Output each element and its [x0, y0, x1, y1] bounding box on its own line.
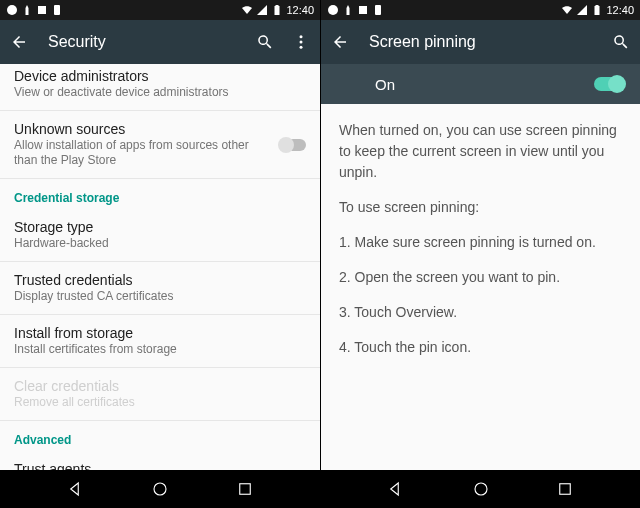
svg-point-11	[475, 483, 487, 495]
battery-icon	[591, 4, 603, 16]
screen-security: 12:40 Security Device administrators Vie…	[0, 0, 320, 508]
status-clock: 12:40	[286, 4, 314, 16]
svg-point-3	[300, 35, 303, 38]
svg-rect-12	[560, 484, 571, 495]
nav-home-icon[interactable]	[151, 480, 169, 498]
item-clear-credentials: Clear credentials Remove all certificate…	[0, 368, 320, 421]
item-title: Trust agents	[14, 461, 306, 470]
item-trust-agents[interactable]: Trust agents View or deactivate trust ag…	[0, 451, 320, 470]
toggle-screen-pinning[interactable]	[594, 77, 624, 91]
status-icon	[357, 4, 369, 16]
signal-icon	[576, 4, 588, 16]
status-bar: 12:40	[0, 0, 320, 20]
info-step-4: 4. Touch the pin icon.	[339, 337, 622, 358]
item-title: Storage type	[14, 219, 306, 235]
info-panel: When turned on, you can use screen pinni…	[321, 104, 640, 470]
page-title: Security	[48, 33, 106, 51]
screen-screen-pinning: 12:40 Screen pinning On When turned on, …	[320, 0, 640, 508]
svg-rect-2	[54, 5, 60, 15]
master-toggle-bar: On	[321, 64, 640, 104]
status-icon	[51, 4, 63, 16]
search-icon[interactable]	[612, 33, 630, 51]
search-icon[interactable]	[256, 33, 274, 51]
item-subtitle: View or deactivate device administrators	[14, 85, 306, 100]
status-icon	[36, 4, 48, 16]
page-title: Screen pinning	[369, 33, 476, 51]
wifi-icon	[241, 4, 253, 16]
item-trusted-credentials[interactable]: Trusted credentials Display trusted CA c…	[0, 262, 320, 315]
item-subtitle: Display trusted CA certificates	[14, 289, 306, 304]
app-bar: Security	[0, 20, 320, 64]
toggle-label: On	[375, 76, 395, 93]
back-icon[interactable]	[331, 33, 349, 51]
item-title: Trusted credentials	[14, 272, 306, 288]
info-howto: To use screen pinning:	[339, 197, 622, 218]
signal-icon	[256, 4, 268, 16]
item-title: Unknown sources	[14, 121, 272, 137]
item-subtitle: Allow installation of apps from sources …	[14, 138, 272, 168]
svg-point-5	[300, 46, 303, 49]
section-advanced: Advanced	[0, 421, 320, 451]
svg-point-6	[154, 483, 166, 495]
nav-back-icon[interactable]	[387, 480, 405, 498]
nav-overview-icon[interactable]	[556, 480, 574, 498]
wifi-icon	[561, 4, 573, 16]
nav-back-icon[interactable]	[67, 480, 85, 498]
info-step-1: 1. Make sure screen pinning is turned on…	[339, 232, 622, 253]
status-icon	[21, 4, 33, 16]
item-subtitle: Hardware-backed	[14, 236, 306, 251]
status-icon	[372, 4, 384, 16]
status-bar: 12:40	[321, 0, 640, 20]
nav-overview-icon[interactable]	[236, 480, 254, 498]
status-icon	[327, 4, 339, 16]
item-device-administrators[interactable]: Device administrators View or deactivate…	[0, 64, 320, 111]
back-icon[interactable]	[10, 33, 28, 51]
app-bar: Screen pinning	[321, 20, 640, 64]
info-step-3: 3. Touch Overview.	[339, 302, 622, 323]
item-subtitle: Install certificates from storage	[14, 342, 306, 357]
nav-bar	[0, 470, 320, 508]
nav-home-icon[interactable]	[472, 480, 490, 498]
item-title: Clear credentials	[14, 378, 306, 394]
svg-point-4	[300, 41, 303, 44]
svg-point-8	[328, 5, 338, 15]
svg-point-0	[7, 5, 17, 15]
info-intro: When turned on, you can use screen pinni…	[339, 120, 622, 183]
toggle-unknown-sources[interactable]	[280, 139, 306, 151]
item-title: Device administrators	[14, 68, 306, 84]
info-step-2: 2. Open the screen you want to pin.	[339, 267, 622, 288]
settings-list: Device administrators View or deactivate…	[0, 64, 320, 470]
status-icon	[6, 4, 18, 16]
nav-bar	[321, 470, 640, 508]
svg-rect-9	[359, 6, 367, 14]
item-unknown-sources[interactable]: Unknown sources Allow installation of ap…	[0, 111, 320, 179]
battery-icon	[271, 4, 283, 16]
item-install-from-storage[interactable]: Install from storage Install certificate…	[0, 315, 320, 368]
item-subtitle: Remove all certificates	[14, 395, 306, 410]
item-storage-type[interactable]: Storage type Hardware-backed	[0, 209, 320, 262]
overflow-icon[interactable]	[292, 33, 310, 51]
svg-rect-1	[38, 6, 46, 14]
status-icon	[342, 4, 354, 16]
item-title: Install from storage	[14, 325, 306, 341]
status-clock: 12:40	[606, 4, 634, 16]
svg-rect-7	[239, 484, 250, 495]
section-credential-storage: Credential storage	[0, 179, 320, 209]
svg-rect-10	[375, 5, 381, 15]
